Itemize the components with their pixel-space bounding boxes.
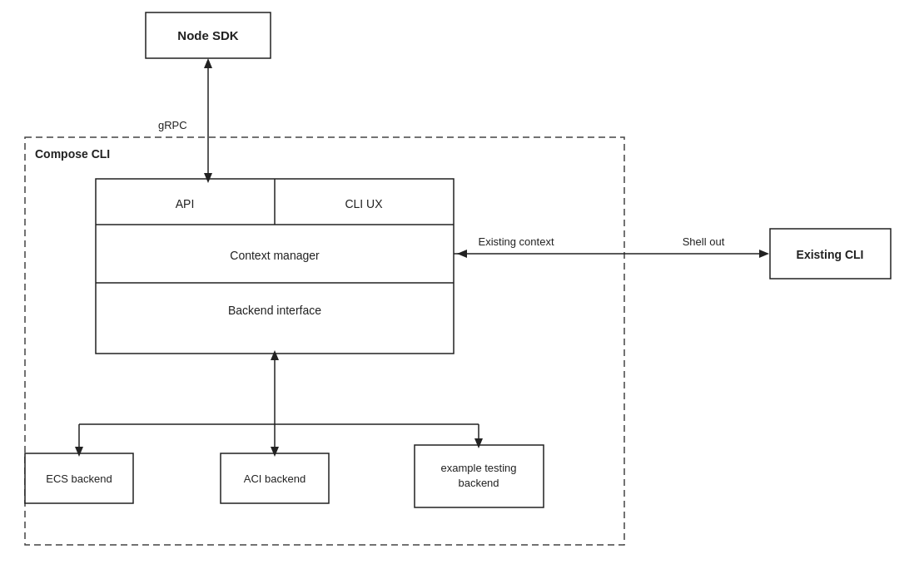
svg-text:Compose CLI: Compose CLI: [35, 147, 110, 161]
svg-text:backend: backend: [458, 477, 499, 489]
svg-text:Context manager: Context manager: [230, 249, 320, 262]
svg-text:ACI backend: ACI backend: [244, 472, 306, 485]
svg-text:example testing: example testing: [440, 462, 516, 474]
svg-text:Node SDK: Node SDK: [177, 28, 239, 42]
diagram-container: Compose CLI API CLI UX Context manager B…: [0, 0, 924, 564]
svg-text:ECS backend: ECS backend: [46, 472, 112, 485]
svg-text:Existing CLI: Existing CLI: [797, 248, 864, 261]
svg-text:Backend interface: Backend interface: [228, 304, 321, 317]
svg-marker-38: [759, 250, 769, 258]
svg-text:Existing context: Existing context: [478, 235, 554, 248]
diagram-svg: Compose CLI API CLI UX Context manager B…: [0, 0, 924, 564]
svg-text:Shell out: Shell out: [683, 235, 725, 248]
svg-text:gRPC: gRPC: [158, 119, 187, 131]
svg-marker-12: [204, 58, 212, 68]
svg-marker-34: [457, 250, 467, 258]
svg-text:API: API: [176, 197, 195, 210]
svg-text:CLI UX: CLI UX: [345, 197, 383, 210]
